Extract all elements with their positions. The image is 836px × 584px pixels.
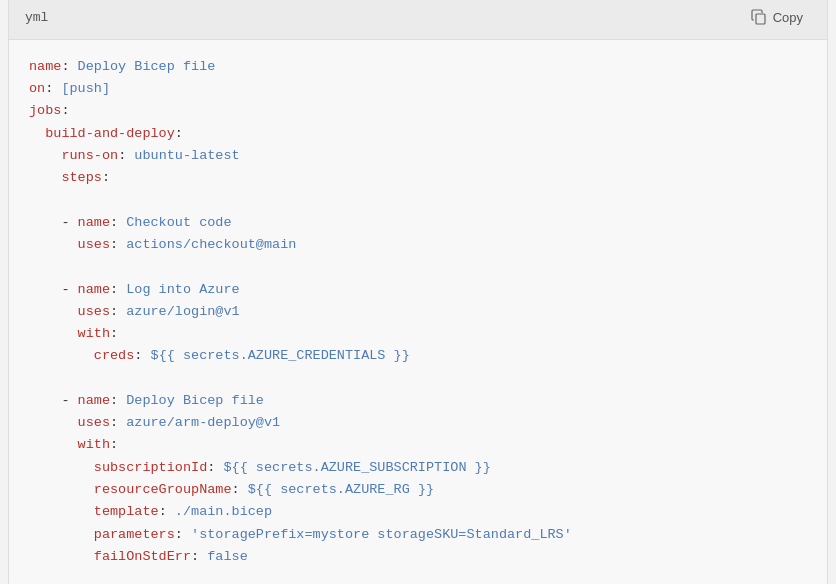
plain-token <box>29 170 61 185</box>
code-line: steps: <box>29 167 807 189</box>
copy-label: Copy <box>773 10 803 25</box>
plain-token: : <box>159 504 175 519</box>
plain-token: : <box>110 282 126 297</box>
code-line: uses: actions/checkout@main <box>29 234 807 256</box>
code-line: - name: Log into Azure <box>29 279 807 301</box>
plain-token: : <box>175 126 183 141</box>
key-token: steps <box>61 170 102 185</box>
plain-token <box>29 527 94 542</box>
key-token: creds <box>94 348 135 363</box>
key-token: name <box>78 282 110 297</box>
value-token: ./main.bicep <box>175 504 272 519</box>
code-line: ​ <box>29 256 807 278</box>
code-line: jobs: <box>29 100 807 122</box>
plain-token: : <box>61 103 69 118</box>
key-token: template <box>94 504 159 519</box>
key-token: build-and-deploy <box>45 126 175 141</box>
plain-token: : <box>134 348 150 363</box>
plain-token: : <box>110 304 126 319</box>
code-header: yml Copy <box>9 0 827 40</box>
plain-token <box>29 437 78 452</box>
code-line: ​ <box>29 190 807 212</box>
plain-token <box>29 304 78 319</box>
key-token: on <box>29 81 45 96</box>
code-line: uses: azure/login@v1 <box>29 301 807 323</box>
key-token: with <box>78 437 110 452</box>
value-token: 'storagePrefix=mystore storageSKU=Standa… <box>191 527 572 542</box>
plain-token: : <box>110 237 126 252</box>
code-line: ​ <box>29 368 807 390</box>
svg-rect-0 <box>756 14 765 24</box>
code-line: - name: Deploy Bicep file <box>29 390 807 412</box>
plain-token <box>29 237 78 252</box>
key-token: name <box>29 59 61 74</box>
plain-token <box>29 460 94 475</box>
value-token: azure/arm-deploy@v1 <box>126 415 280 430</box>
key-token: subscriptionId <box>94 460 207 475</box>
code-line: parameters: 'storagePrefix=mystore stora… <box>29 524 807 546</box>
key-token: uses <box>78 304 110 319</box>
key-token: name <box>78 393 110 408</box>
key-token: uses <box>78 237 110 252</box>
value-token: Deploy Bicep file <box>78 59 216 74</box>
code-line: template: ./main.bicep <box>29 501 807 523</box>
key-token: with <box>78 326 110 341</box>
code-line: creds: ${{ secrets.AZURE_CREDENTIALS }} <box>29 345 807 367</box>
key-token: runs-on <box>61 148 118 163</box>
plain-token: : <box>232 482 248 497</box>
value-token: Log into Azure <box>126 282 239 297</box>
copy-button[interactable]: Copy <box>743 5 811 29</box>
plain-token <box>29 415 78 430</box>
plain-token <box>29 148 61 163</box>
plain-token: : <box>110 415 126 430</box>
code-line: runs-on: ubuntu-latest <box>29 145 807 167</box>
value-token: ${{ secrets.AZURE_SUBSCRIPTION }} <box>223 460 490 475</box>
plain-token: - <box>29 393 78 408</box>
value-token: Checkout code <box>126 215 231 230</box>
language-label: yml <box>25 10 48 25</box>
value-token: false <box>207 549 248 564</box>
plain-token <box>29 504 94 519</box>
plain-token <box>29 549 94 564</box>
code-line: build-and-deploy: <box>29 123 807 145</box>
plain-token: : <box>110 215 126 230</box>
code-line: uses: azure/arm-deploy@v1 <box>29 412 807 434</box>
code-body: name: Deploy Bicep fileon: [push]jobs: b… <box>9 40 827 584</box>
key-token: parameters <box>94 527 175 542</box>
plain-token <box>29 126 45 141</box>
plain-token: : <box>191 549 207 564</box>
plain-token: : <box>175 527 191 542</box>
code-line: with: <box>29 434 807 456</box>
value-token: ubuntu-latest <box>134 148 239 163</box>
plain-token <box>29 326 78 341</box>
plain-token: : <box>118 148 134 163</box>
plain-token <box>29 482 94 497</box>
plain-token: : <box>61 59 77 74</box>
key-token: name <box>78 215 110 230</box>
value-token: ${{ secrets.AZURE_RG }} <box>248 482 434 497</box>
plain-token: : <box>45 81 61 96</box>
value-token: azure/login@v1 <box>126 304 239 319</box>
key-token: resourceGroupName <box>94 482 232 497</box>
value-token: ${{ secrets.AZURE_CREDENTIALS }} <box>151 348 410 363</box>
code-line: on: [push] <box>29 78 807 100</box>
code-line: name: Deploy Bicep file <box>29 56 807 78</box>
key-token: uses <box>78 415 110 430</box>
code-line: failOnStdErr: false <box>29 546 807 568</box>
code-line: - name: Checkout code <box>29 212 807 234</box>
plain-token: : <box>110 326 118 341</box>
code-line: with: <box>29 323 807 345</box>
plain-token: : <box>207 460 223 475</box>
value-token: actions/checkout@main <box>126 237 296 252</box>
plain-token: : <box>110 393 126 408</box>
plain-token <box>29 348 94 363</box>
copy-icon <box>751 9 767 25</box>
code-line: resourceGroupName: ${{ secrets.AZURE_RG … <box>29 479 807 501</box>
plain-token: - <box>29 215 78 230</box>
key-token: failOnStdErr <box>94 549 191 564</box>
value-token: Deploy Bicep file <box>126 393 264 408</box>
plain-token: : <box>110 437 118 452</box>
key-token: jobs <box>29 103 61 118</box>
value-token: [push] <box>61 81 110 96</box>
plain-token: : <box>102 170 110 185</box>
